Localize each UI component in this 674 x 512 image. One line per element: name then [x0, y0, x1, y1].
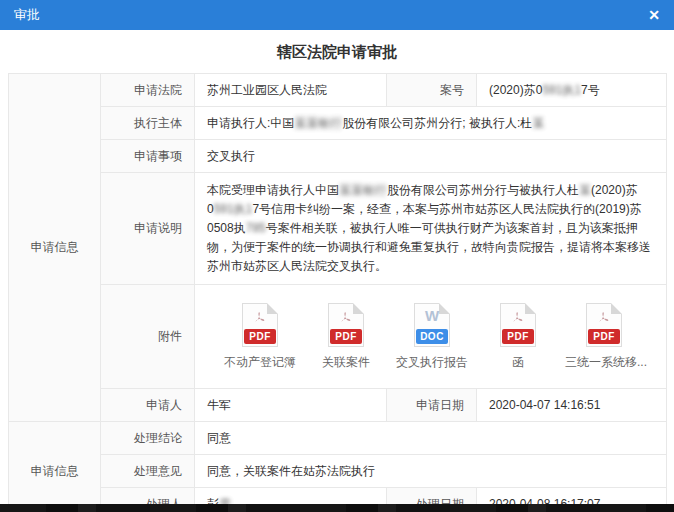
- pdf-badge: PDF: [588, 329, 620, 344]
- attachment-list: PDF 不动产登记簿 PDF 关联案件 W: [207, 303, 656, 371]
- apply-date-label: 申请日期: [387, 389, 477, 422]
- attachment-item[interactable]: PDF 不动产登记簿: [221, 303, 299, 371]
- modal-title: 审批: [14, 6, 40, 24]
- applicant-value: 牛军: [195, 389, 387, 422]
- attachment-item[interactable]: PDF 关联案件: [307, 303, 385, 371]
- row-matter: 申请事项 交叉执行: [9, 140, 667, 173]
- close-icon[interactable]: ✕: [648, 8, 660, 22]
- word-glyph-icon: W: [415, 307, 449, 324]
- pdf-badge: PDF: [330, 329, 362, 344]
- acrobat-glyph-icon: [338, 309, 354, 325]
- subject-label: 执行主体: [101, 107, 195, 140]
- caseno-label: 案号: [387, 74, 477, 107]
- description-text: 本院受理申请执行人中国: [207, 183, 339, 197]
- attachment-name: 不动产登记簿: [221, 354, 299, 371]
- approval-form-table: 申请信息 申请法院 苏州工业园区人民法院 案号 (2020)苏0591执17号 …: [8, 73, 667, 512]
- conclusion-value: 同意: [195, 422, 667, 455]
- background-window-strip: [0, 504, 674, 512]
- description-text: 号案件相关联，被执行人唯一可供执行财产为该案首封，且为该案抵押物，为便于案件的统…: [207, 221, 651, 273]
- caseno-prefix: (2020)苏0: [489, 83, 542, 97]
- row-description: 申请说明 本院受理申请执行人中国某某银行股份有限公司苏州分行与被执行人杜某(20…: [9, 173, 667, 285]
- description-redacted-caseno: 591执1: [214, 202, 253, 216]
- description-redacted-caseno2: 785: [246, 221, 266, 235]
- attachments-label: 附件: [101, 285, 195, 389]
- pdf-file-icon: PDF: [586, 303, 622, 347]
- subject-text: 申请执行人:中国: [207, 116, 294, 130]
- attachment-item[interactable]: PDF 三统一系统移...: [565, 303, 643, 371]
- group-label-process: 申请信息: [9, 422, 101, 512]
- description-label: 申请说明: [101, 173, 195, 285]
- doc-badge: DOC: [416, 329, 448, 344]
- conclusion-label: 处理结论: [101, 422, 195, 455]
- matter-label: 申请事项: [101, 140, 195, 173]
- attachment-name: 关联案件: [307, 354, 385, 371]
- description-redacted-bank: 某某银行: [339, 183, 387, 197]
- attachment-name: 三统一系统移...: [565, 354, 643, 371]
- pdf-file-icon: PDF: [242, 303, 278, 347]
- description-value: 本院受理申请执行人中国某某银行股份有限公司苏州分行与被执行人杜某(2020)苏0…: [195, 173, 667, 285]
- attachments-cell: PDF 不动产登记簿 PDF 关联案件 W: [195, 285, 667, 389]
- row-court-caseno: 申请信息 申请法院 苏州工业园区人民法院 案号 (2020)苏0591执17号: [9, 74, 667, 107]
- page-title: 辖区法院申请审批: [0, 30, 674, 73]
- subject-text: 股份有限公司苏州分行; 被执行人:杜: [342, 116, 532, 130]
- caseno-value: (2020)苏0591执17号: [477, 74, 667, 107]
- acrobat-glyph-icon: [252, 309, 268, 325]
- attachment-name: 交叉执行报告: [393, 354, 471, 371]
- subject-redacted-person: 某: [532, 116, 544, 130]
- row-attachments: 附件 PDF 不动产登记簿 PDF: [9, 285, 667, 389]
- approval-modal: 审批 ✕ 辖区法院申请审批 申请信息 申请法院 苏州工业园区人民法院 案号 (2…: [0, 0, 674, 512]
- doc-file-icon: W DOC: [414, 303, 450, 347]
- pdf-badge: PDF: [244, 329, 276, 344]
- caseno-suffix: 7号: [581, 83, 600, 97]
- pdf-file-icon: PDF: [328, 303, 364, 347]
- pdf-file-icon: PDF: [500, 303, 536, 347]
- attachment-item[interactable]: PDF 函: [479, 303, 557, 371]
- attachment-item[interactable]: W DOC 交叉执行报告: [393, 303, 471, 371]
- opinion-label: 处理意见: [101, 455, 195, 488]
- court-value: 苏州工业园区人民法院: [195, 74, 387, 107]
- group-label-apply: 申请信息: [9, 74, 101, 422]
- attachment-name: 函: [479, 354, 557, 371]
- pdf-badge: PDF: [502, 329, 534, 344]
- row-subject: 执行主体 申请执行人:中国某某银行股份有限公司苏州分行; 被执行人:杜某: [9, 107, 667, 140]
- opinion-value: 同意，关联案件在姑苏法院执行: [195, 455, 667, 488]
- modal-titlebar: 审批 ✕: [0, 0, 674, 30]
- row-applicant: 申请人 牛军 申请日期 2020-04-07 14:16:51: [9, 389, 667, 422]
- row-opinion: 处理意见 同意，关联案件在姑苏法院执行: [9, 455, 667, 488]
- apply-date-value: 2020-04-07 14:16:51: [477, 389, 667, 422]
- row-conclusion: 申请信息 处理结论 同意: [9, 422, 667, 455]
- acrobat-glyph-icon: [596, 309, 612, 325]
- subject-value: 申请执行人:中国某某银行股份有限公司苏州分行; 被执行人:杜某: [195, 107, 667, 140]
- description-redacted-person: 某: [579, 183, 591, 197]
- description-text: 股份有限公司苏州分行与被执行人杜: [387, 183, 579, 197]
- subject-redacted-bank: 某某银行: [294, 116, 342, 130]
- court-label: 申请法院: [101, 74, 195, 107]
- applicant-label: 申请人: [101, 389, 195, 422]
- acrobat-glyph-icon: [510, 309, 526, 325]
- matter-value: 交叉执行: [195, 140, 667, 173]
- caseno-redacted: 591执1: [542, 83, 581, 97]
